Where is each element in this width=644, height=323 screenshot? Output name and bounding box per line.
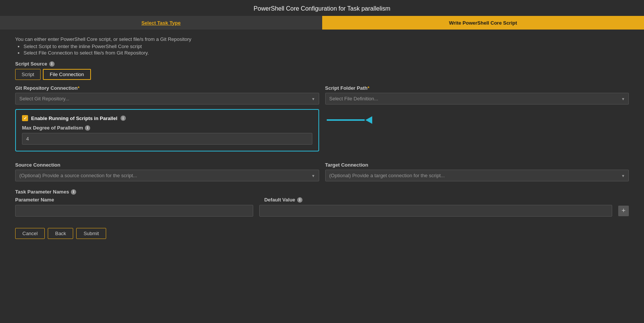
git-connection-group: Git Repository Connection* Select Git Re… bbox=[15, 85, 319, 105]
arrow-container bbox=[319, 109, 372, 123]
enable-parallelism-row: Enable Running of Scripts in Parallel i bbox=[22, 115, 312, 121]
source-connection-select[interactable]: (Optional) Provide a source connection f… bbox=[15, 170, 319, 181]
footer-buttons: Cancel Back Submit bbox=[15, 228, 629, 247]
source-connection-select-wrapper: (Optional) Provide a source connection f… bbox=[15, 170, 319, 181]
main-content: You can either enter PowerShell Core scr… bbox=[0, 30, 644, 254]
script-folder-select-wrapper: Select File Definition... bbox=[325, 93, 629, 105]
description-block: You can either enter PowerShell Core scr… bbox=[15, 36, 629, 56]
target-connection-group: Target Connection (Optional) Provide a t… bbox=[325, 162, 629, 181]
param-name-input[interactable] bbox=[15, 205, 253, 217]
target-connection-select-wrapper: (Optional) Provide a target connection f… bbox=[325, 170, 629, 181]
script-source-info-icon[interactable]: i bbox=[49, 61, 55, 67]
git-folder-row: Git Repository Connection* Select Git Re… bbox=[15, 85, 629, 105]
default-value-info-icon[interactable]: i bbox=[297, 197, 302, 203]
params-table-row: + bbox=[15, 205, 629, 217]
enable-parallelism-checkbox[interactable] bbox=[22, 115, 28, 121]
parallelism-info-icon[interactable]: i bbox=[121, 115, 126, 121]
progress-step-2[interactable]: Write PowerShell Core Script bbox=[322, 16, 644, 30]
back-button[interactable]: Back bbox=[48, 228, 73, 239]
script-folder-group: Script Folder Path* Select File Definiti… bbox=[325, 85, 629, 105]
progress-step-1[interactable]: Select Task Type bbox=[0, 16, 322, 30]
script-folder-select[interactable]: Select File Definition... bbox=[325, 93, 629, 105]
file-connection-button[interactable]: File Connection bbox=[43, 69, 91, 80]
git-connection-label: Git Repository Connection* bbox=[15, 85, 319, 91]
param-name-header: Parameter Name bbox=[15, 197, 258, 203]
parallelism-row: Enable Running of Scripts in Parallel i … bbox=[15, 109, 629, 157]
git-connection-select[interactable]: Select Git Repository... bbox=[15, 93, 319, 105]
script-button[interactable]: Script bbox=[15, 69, 41, 80]
target-connection-label: Target Connection bbox=[325, 162, 629, 168]
submit-button[interactable]: Submit bbox=[76, 228, 106, 239]
task-params-label: Task Parameter Names i bbox=[15, 189, 629, 195]
enable-parallelism-label: Enable Running of Scripts in Parallel bbox=[31, 115, 118, 121]
script-source-buttons: Script File Connection bbox=[15, 69, 629, 80]
task-params-section: Task Parameter Names i Parameter Name De… bbox=[15, 189, 629, 217]
task-params-info-icon[interactable]: i bbox=[71, 189, 76, 195]
script-source-label: Script Source i bbox=[15, 61, 629, 67]
max-degree-label: Max Degree of Parallelism i bbox=[22, 125, 312, 131]
script-folder-label: Script Folder Path* bbox=[325, 85, 629, 91]
max-degree-info-icon[interactable]: i bbox=[85, 125, 90, 131]
parallelism-box: Enable Running of Scripts in Parallel i … bbox=[15, 109, 319, 151]
target-connection-select[interactable]: (Optional) Provide a target connection f… bbox=[325, 170, 629, 181]
params-table-header: Parameter Name Default Value i bbox=[15, 197, 629, 203]
max-degree-input[interactable] bbox=[22, 133, 312, 145]
connection-row: Source Connection (Optional) Provide a s… bbox=[15, 162, 629, 181]
source-connection-group: Source Connection (Optional) Provide a s… bbox=[15, 162, 319, 181]
git-connection-select-wrapper: Select Git Repository... bbox=[15, 93, 319, 105]
cancel-button[interactable]: Cancel bbox=[15, 228, 45, 239]
param-default-input[interactable] bbox=[259, 205, 612, 217]
page-title: PowerShell Core Configuration for Task p… bbox=[0, 0, 644, 16]
progress-bar: Select Task Type Write PowerShell Core S… bbox=[0, 16, 644, 30]
source-connection-label: Source Connection bbox=[15, 162, 319, 168]
default-value-header: Default Value i bbox=[264, 197, 629, 203]
add-param-button[interactable]: + bbox=[618, 206, 629, 216]
left-arrow-icon bbox=[327, 117, 372, 123]
